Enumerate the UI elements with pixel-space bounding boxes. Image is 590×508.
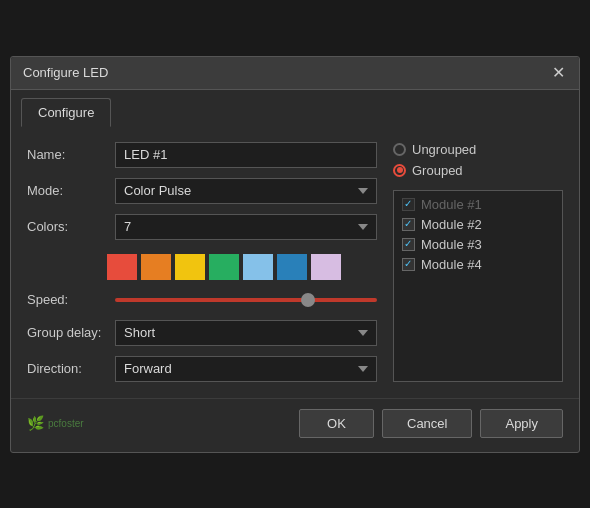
module-3-label: Module #3	[421, 237, 482, 252]
footer: 🌿 pcfoster OK Cancel Apply	[11, 398, 579, 452]
name-label: Name:	[27, 147, 107, 162]
swatch-lavender[interactable]	[311, 254, 341, 280]
ungrouped-radio[interactable]	[393, 143, 406, 156]
swatches-row	[27, 250, 377, 280]
ungrouped-label: Ungrouped	[412, 142, 476, 157]
grouped-radio-item: Grouped	[393, 163, 563, 178]
swatch-yellow[interactable]	[175, 254, 205, 280]
cancel-button[interactable]: Cancel	[382, 409, 472, 438]
swatch-red[interactable]	[107, 254, 137, 280]
modules-box: Module #1 Module #2 Module #3 Module #4	[393, 190, 563, 382]
grouped-label: Grouped	[412, 163, 463, 178]
module-2-checkbox[interactable]	[402, 218, 415, 231]
direction-label: Direction:	[27, 361, 107, 376]
close-button[interactable]: ✕	[550, 65, 567, 81]
name-row: Name:	[27, 142, 377, 168]
swatch-orange[interactable]	[141, 254, 171, 280]
mode-select[interactable]: Color Pulse Static Breathing Flash	[115, 178, 377, 204]
ungrouped-radio-item: Ungrouped	[393, 142, 563, 157]
module-4-checkbox[interactable]	[402, 258, 415, 271]
colors-label: Colors:	[27, 219, 107, 234]
brand-icon: 🌿	[27, 415, 44, 431]
radio-group: Ungrouped Grouped	[393, 142, 563, 178]
mode-label: Mode:	[27, 183, 107, 198]
title-bar: Configure LED ✕	[11, 57, 579, 90]
swatch-blue[interactable]	[277, 254, 307, 280]
name-input[interactable]	[115, 142, 377, 168]
brand: 🌿 pcfoster	[27, 415, 291, 431]
speed-slider[interactable]	[115, 298, 377, 302]
direction-select[interactable]: Forward Backward	[115, 356, 377, 382]
apply-button[interactable]: Apply	[480, 409, 563, 438]
module-1-label: Module #1	[421, 197, 482, 212]
module-1-item: Module #1	[402, 197, 554, 212]
group-delay-row: Group delay: Short Medium Long	[27, 320, 377, 346]
speed-slider-container	[115, 290, 377, 310]
configure-led-dialog: Configure LED ✕ Configure Name: Mode: Co…	[10, 56, 580, 453]
group-delay-label: Group delay:	[27, 325, 107, 340]
right-panel: Ungrouped Grouped Module #1 Module #2	[393, 142, 563, 382]
swatch-light-blue[interactable]	[243, 254, 273, 280]
colors-row: Colors: 7 1 2 3 4 5 6	[27, 214, 377, 240]
dialog-title: Configure LED	[23, 65, 108, 80]
tab-configure[interactable]: Configure	[21, 98, 111, 127]
module-2-label: Module #2	[421, 217, 482, 232]
module-4-label: Module #4	[421, 257, 482, 272]
group-delay-select[interactable]: Short Medium Long	[115, 320, 377, 346]
speed-label: Speed:	[27, 292, 107, 307]
colors-select[interactable]: 7 1 2 3 4 5 6	[115, 214, 377, 240]
color-swatches	[107, 254, 341, 280]
swatch-green[interactable]	[209, 254, 239, 280]
ok-button[interactable]: OK	[299, 409, 374, 438]
module-4-item: Module #4	[402, 257, 554, 272]
module-1-checkbox	[402, 198, 415, 211]
watermark-text: pcfoster	[48, 418, 84, 429]
speed-row: Speed:	[27, 290, 377, 310]
module-3-checkbox[interactable]	[402, 238, 415, 251]
module-3-item: Module #3	[402, 237, 554, 252]
direction-row: Direction: Forward Backward	[27, 356, 377, 382]
grouped-radio[interactable]	[393, 164, 406, 177]
mode-row: Mode: Color Pulse Static Breathing Flash	[27, 178, 377, 204]
left-panel: Name: Mode: Color Pulse Static Breathing…	[27, 142, 377, 382]
content-area: Name: Mode: Color Pulse Static Breathing…	[11, 126, 579, 398]
footer-left: 🌿 pcfoster	[27, 415, 291, 431]
module-2-item: Module #2	[402, 217, 554, 232]
tab-bar: Configure	[11, 90, 579, 126]
